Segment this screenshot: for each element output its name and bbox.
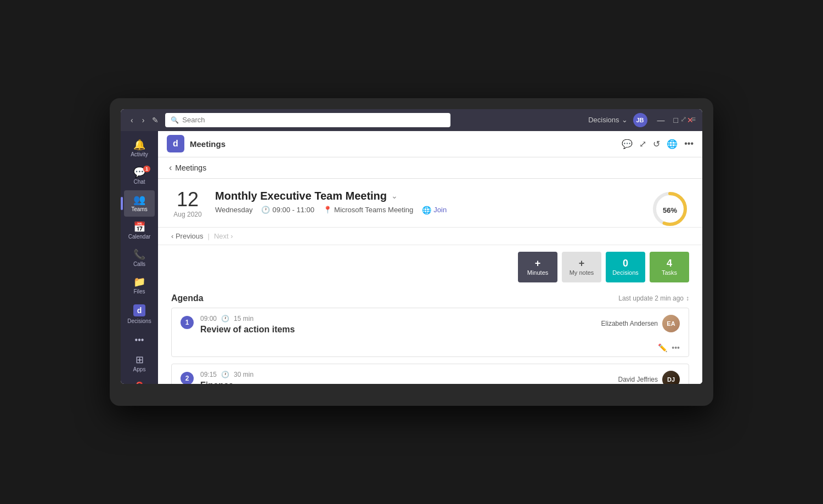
sidebar-item-activity[interactable]: 🔔 Activity <box>124 135 155 162</box>
globe-icon[interactable]: 🌐 <box>667 139 678 149</box>
search-bar[interactable]: 🔍 <box>165 113 450 127</box>
forward-button[interactable]: › <box>139 115 148 126</box>
agenda-section: Agenda Last update 2 min ago ↕ 1 <box>158 289 702 384</box>
prev-nav-button[interactable]: ‹ Previous <box>171 232 204 240</box>
edit-icon[interactable]: ✎ <box>152 116 159 124</box>
agenda-item-2-time: 09:15 <box>200 371 217 378</box>
my-notes-button[interactable]: + My notes <box>562 252 601 282</box>
sort-icon[interactable]: ↕ <box>686 295 689 302</box>
last-update-text: Last update 2 min ago <box>618 295 684 302</box>
sidebar-item-chat[interactable]: 1 💬 Chat <box>124 163 155 189</box>
agenda-item-2-header: 2 09:15 🕐 30 min Finance <box>172 364 689 384</box>
meeting-title-chevron[interactable]: ⌄ <box>391 191 398 200</box>
agenda-item-2-time-row: 09:15 🕐 30 min <box>200 371 612 378</box>
title-bar: ‹ › ✎ 🔍 Decisions ⌄ JB — □ ✕ <box>121 109 702 131</box>
sidebar-item-files[interactable]: 📁 Files <box>124 273 155 299</box>
sidebar-item-teams[interactable]: 👥 Teams <box>124 190 155 217</box>
sidebar-item-apps[interactable]: ⊞ Apps <box>124 350 155 377</box>
more-icon: ••• <box>135 335 144 345</box>
agenda-item-2-owner: David Jeffries DJ <box>618 371 680 384</box>
last-update: Last update 2 min ago ↕ <box>618 295 689 302</box>
minutes-button[interactable]: + Minutes <box>518 252 557 282</box>
meeting-month-year: Aug 2020 <box>173 211 201 218</box>
activity-icon: 🔔 <box>133 140 145 150</box>
owner-2-avatar: DJ <box>662 371 680 384</box>
meta-join: 🌐 Join <box>422 206 447 214</box>
sidebar-label-apps: Apps <box>133 366 146 372</box>
sidebar-label-files: Files <box>133 288 145 295</box>
meeting-detail[interactable]: 12 Aug 2020 Monthly Executive Team Meeti… <box>158 179 702 384</box>
join-icon: 🌐 <box>422 206 431 214</box>
meetings-panel: ‹ Meetings ⤢ ≡ 12 Aug 202 <box>158 157 702 384</box>
agenda-item-2: 2 09:15 🕐 30 min Finance <box>171 364 689 384</box>
location-icon: 📍 <box>323 206 332 214</box>
meta-location: 📍 Microsoft Teams Meeting <box>323 206 413 214</box>
meeting-meta: Wednesday 🕐 09:00 - 11:00 📍 Microsoft Te… <box>215 206 689 214</box>
nav-separator: | <box>208 232 210 240</box>
owner-1-name: Elizabeth Andersen <box>601 320 658 327</box>
laptop-frame: ‹ › ✎ 🔍 Decisions ⌄ JB — □ ✕ <box>110 98 713 406</box>
progress-circle: 56% <box>651 190 689 230</box>
decisions-btn-label: Decisions <box>612 269 639 276</box>
sidebar-label-calendar: Calendar <box>128 234 151 240</box>
sidebar-item-more[interactable]: ••• <box>124 331 155 349</box>
user-avatar[interactable]: JB <box>633 113 647 127</box>
meeting-info: Monthly Executive Team Meeting ⌄ Wednesd… <box>215 190 689 214</box>
agenda-item-1-duration: 15 min <box>234 315 253 322</box>
app-logo: d <box>167 135 184 152</box>
day-label: Wednesday <box>215 206 252 214</box>
comment-icon[interactable]: 💬 <box>622 139 633 149</box>
clock-icon-2: 🕐 <box>221 371 229 378</box>
sidebar-item-decisions[interactable]: d Decisions <box>124 300 155 329</box>
tasks-button[interactable]: 4 Tasks <box>650 252 689 282</box>
progress-label: 56% <box>663 206 677 214</box>
sidebar: 🔔 Activity 1 💬 Chat 👥 Teams 📅 Calendar <box>121 131 158 384</box>
clock-icon: 🕐 <box>261 206 270 214</box>
agenda-item-1-actions: ✏️ ••• <box>172 341 689 356</box>
laptop-screen: ‹ › ✎ 🔍 Decisions ⌄ JB — □ ✕ <box>121 109 702 384</box>
meeting-title-row: Monthly Executive Team Meeting ⌄ <box>215 190 689 202</box>
sidebar-item-help[interactable]: ❓ Help <box>124 378 155 384</box>
decisions-count: 0 <box>623 258 628 268</box>
app-layout: 🔔 Activity 1 💬 Chat 👥 Teams 📅 Calendar <box>121 131 702 384</box>
action-buttons: + Minutes + My notes 0 Decisions <box>158 245 702 289</box>
sidebar-label-decisions: Decisions <box>127 318 151 324</box>
chevron-icon: ⌄ <box>622 116 628 124</box>
search-icon: 🔍 <box>171 116 179 124</box>
expand-icon[interactable]: ⤢ <box>639 139 646 149</box>
meeting-day: 12 <box>177 190 199 209</box>
next-nav-button[interactable]: Next › <box>214 232 233 240</box>
clock-icon-1: 🕐 <box>221 315 229 322</box>
meeting-location: Microsoft Teams Meeting <box>334 206 413 214</box>
breadcrumb-back-icon[interactable]: ‹ <box>169 163 172 173</box>
app-title: Meetings <box>190 139 226 149</box>
minimize-button[interactable]: — <box>655 116 667 124</box>
decisions-dropdown[interactable]: Decisions ⌄ <box>588 116 627 124</box>
teams-icon: 👥 <box>133 195 145 205</box>
agenda-item-1-title: Review of action items <box>200 325 595 335</box>
more-options-icon[interactable]: ••• <box>684 139 694 149</box>
sidebar-item-calendar[interactable]: 📅 Calendar <box>124 218 155 244</box>
agenda-item-2-title: Finance <box>200 381 612 384</box>
join-link[interactable]: Join <box>433 206 447 214</box>
chat-badge: 1 <box>143 166 150 172</box>
decisions-label: Decisions <box>588 116 619 124</box>
sidebar-bottom: ••• ⊞ Apps ❓ Help <box>124 331 155 384</box>
search-input[interactable] <box>182 116 445 124</box>
main-area: d Meetings 💬 ⤢ ↺ 🌐 ••• ‹ Meetin <box>158 131 702 384</box>
decisions-button[interactable]: 0 Decisions <box>606 252 645 282</box>
sidebar-item-calls[interactable]: 📞 Calls <box>124 245 155 271</box>
back-button[interactable]: ‹ <box>127 115 137 126</box>
more-icon-1[interactable]: ••• <box>672 343 680 352</box>
meeting-header: 12 Aug 2020 Monthly Executive Team Meeti… <box>158 179 702 228</box>
meta-time: 🕐 09:00 - 11:00 <box>261 206 314 214</box>
minutes-label: Minutes <box>527 269 549 276</box>
breadcrumb-meetings-link[interactable]: Meetings <box>175 163 206 172</box>
help-icon: ❓ <box>133 382 145 384</box>
refresh-icon[interactable]: ↺ <box>653 139 660 149</box>
edit-icon-1[interactable]: ✏️ <box>658 343 667 352</box>
tasks-btn-label: Tasks <box>662 269 677 276</box>
agenda-header: Agenda Last update 2 min ago ↕ <box>171 289 689 308</box>
agenda-item-1-number: 1 <box>181 316 194 329</box>
agenda-item-1: 1 09:00 🕐 15 min Review of action items <box>171 308 689 357</box>
